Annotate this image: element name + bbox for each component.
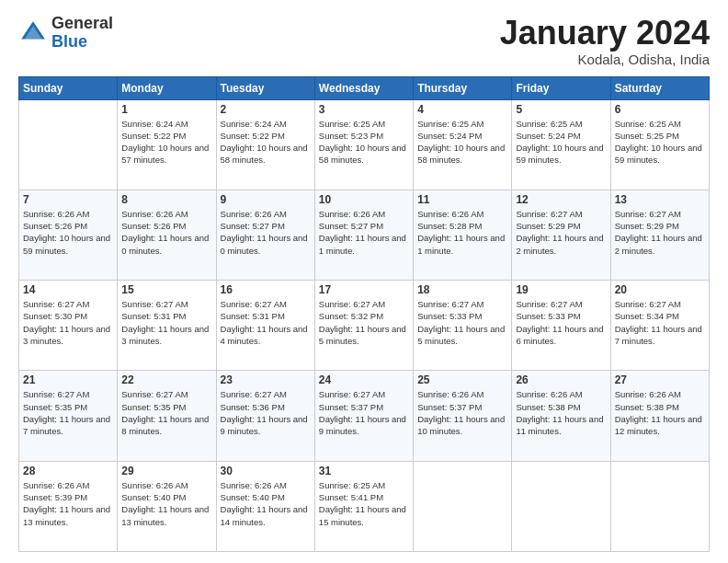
- day-number: 10: [319, 193, 409, 206]
- day-number: 15: [121, 283, 211, 296]
- cell-info: Sunrise: 6:25 AMSunset: 5:24 PMDaylight:…: [516, 118, 606, 167]
- cell-info: Sunrise: 6:26 AMSunset: 5:26 PMDaylight:…: [23, 208, 113, 257]
- calendar-cell: [512, 461, 610, 551]
- cell-info: Sunrise: 6:27 AMSunset: 5:32 PMDaylight:…: [319, 298, 409, 347]
- day-number: 8: [121, 193, 211, 206]
- cell-info: Sunrise: 6:26 AMSunset: 5:38 PMDaylight:…: [516, 388, 606, 437]
- day-number: 28: [23, 465, 113, 477]
- day-number: 27: [615, 373, 705, 386]
- calendar-cell: 29Sunrise: 6:26 AMSunset: 5:40 PMDayligh…: [118, 461, 216, 551]
- day-number: 17: [319, 283, 409, 296]
- calendar-cell: 9Sunrise: 6:26 AMSunset: 5:27 PMDaylight…: [216, 190, 314, 280]
- day-number: 11: [417, 193, 507, 206]
- calendar-cell: 16Sunrise: 6:27 AMSunset: 5:31 PMDayligh…: [216, 281, 314, 371]
- weekday-row: SundayMondayTuesdayWednesdayThursdayFrid…: [19, 76, 710, 99]
- calendar-cell: 15Sunrise: 6:27 AMSunset: 5:31 PMDayligh…: [118, 281, 216, 371]
- calendar-cell: 31Sunrise: 6:25 AMSunset: 5:41 PMDayligh…: [314, 461, 413, 551]
- cell-info: Sunrise: 6:27 AMSunset: 5:31 PMDaylight:…: [121, 298, 211, 347]
- day-number: 1: [121, 103, 211, 116]
- day-number: 7: [23, 193, 113, 206]
- calendar-cell: 22Sunrise: 6:27 AMSunset: 5:35 PMDayligh…: [118, 371, 216, 461]
- calendar-cell: 12Sunrise: 6:27 AMSunset: 5:29 PMDayligh…: [512, 190, 610, 280]
- calendar-week-4: 21Sunrise: 6:27 AMSunset: 5:35 PMDayligh…: [19, 371, 710, 461]
- cell-info: Sunrise: 6:26 AMSunset: 5:38 PMDaylight:…: [615, 388, 705, 437]
- cell-info: Sunrise: 6:25 AMSunset: 5:24 PMDaylight:…: [417, 118, 507, 167]
- calendar-week-1: 1Sunrise: 6:24 AMSunset: 5:22 PMDaylight…: [19, 99, 710, 190]
- weekday-header-saturday: Saturday: [610, 76, 709, 99]
- day-number: 23: [221, 373, 311, 386]
- day-number: 13: [615, 193, 705, 206]
- day-number: 4: [417, 103, 507, 116]
- logo-icon: [18, 18, 48, 48]
- calendar-week-2: 7Sunrise: 6:26 AMSunset: 5:26 PMDaylight…: [19, 190, 710, 280]
- day-number: 6: [615, 103, 705, 116]
- calendar-cell: 17Sunrise: 6:27 AMSunset: 5:32 PMDayligh…: [314, 281, 413, 371]
- cell-info: Sunrise: 6:26 AMSunset: 5:40 PMDaylight:…: [121, 479, 211, 528]
- logo: General Blue: [18, 15, 113, 52]
- cell-info: Sunrise: 6:27 AMSunset: 5:33 PMDaylight:…: [417, 298, 507, 347]
- cell-info: Sunrise: 6:24 AMSunset: 5:22 PMDaylight:…: [121, 118, 211, 167]
- calendar-cell: 24Sunrise: 6:27 AMSunset: 5:37 PMDayligh…: [314, 371, 413, 461]
- day-number: 14: [23, 283, 113, 296]
- calendar-week-3: 14Sunrise: 6:27 AMSunset: 5:30 PMDayligh…: [19, 281, 710, 371]
- calendar-cell: 1Sunrise: 6:24 AMSunset: 5:22 PMDaylight…: [118, 99, 216, 190]
- cell-info: Sunrise: 6:27 AMSunset: 5:35 PMDaylight:…: [23, 388, 113, 437]
- cell-info: Sunrise: 6:26 AMSunset: 5:27 PMDaylight:…: [221, 208, 311, 257]
- day-number: 25: [417, 373, 507, 386]
- calendar-cell: 14Sunrise: 6:27 AMSunset: 5:30 PMDayligh…: [19, 281, 118, 371]
- cell-info: Sunrise: 6:27 AMSunset: 5:36 PMDaylight:…: [221, 388, 311, 437]
- day-number: 12: [516, 193, 606, 206]
- day-number: 16: [221, 283, 311, 296]
- cell-info: Sunrise: 6:26 AMSunset: 5:28 PMDaylight:…: [417, 208, 507, 257]
- day-number: 26: [516, 373, 606, 386]
- cell-info: Sunrise: 6:27 AMSunset: 5:37 PMDaylight:…: [319, 388, 409, 437]
- day-number: 31: [319, 465, 409, 477]
- calendar-cell: 20Sunrise: 6:27 AMSunset: 5:34 PMDayligh…: [610, 281, 709, 371]
- weekday-header-wednesday: Wednesday: [314, 76, 413, 99]
- cell-info: Sunrise: 6:26 AMSunset: 5:37 PMDaylight:…: [417, 388, 507, 437]
- calendar-cell: 3Sunrise: 6:25 AMSunset: 5:23 PMDaylight…: [314, 99, 413, 190]
- calendar-cell: 4Sunrise: 6:25 AMSunset: 5:24 PMDaylight…: [414, 99, 512, 190]
- calendar-cell: 7Sunrise: 6:26 AMSunset: 5:26 PMDaylight…: [19, 190, 118, 280]
- calendar-table: SundayMondayTuesdayWednesdayThursdayFrid…: [18, 76, 710, 552]
- calendar-cell: 28Sunrise: 6:26 AMSunset: 5:39 PMDayligh…: [19, 461, 118, 551]
- cell-info: Sunrise: 6:27 AMSunset: 5:30 PMDaylight:…: [23, 298, 113, 347]
- cell-info: Sunrise: 6:24 AMSunset: 5:22 PMDaylight:…: [221, 118, 311, 167]
- calendar-cell: 27Sunrise: 6:26 AMSunset: 5:38 PMDayligh…: [610, 371, 709, 461]
- calendar-cell: 21Sunrise: 6:27 AMSunset: 5:35 PMDayligh…: [19, 371, 118, 461]
- calendar-cell: 19Sunrise: 6:27 AMSunset: 5:33 PMDayligh…: [512, 281, 610, 371]
- weekday-header-monday: Monday: [118, 76, 216, 99]
- cell-info: Sunrise: 6:27 AMSunset: 5:33 PMDaylight:…: [516, 298, 606, 347]
- calendar-page: General Blue January 2024 Kodala, Odisha…: [0, 0, 728, 563]
- cell-info: Sunrise: 6:26 AMSunset: 5:39 PMDaylight:…: [23, 479, 113, 528]
- calendar-header: SundayMondayTuesdayWednesdayThursdayFrid…: [19, 76, 710, 99]
- logo-blue: Blue: [51, 33, 113, 52]
- calendar-cell: 23Sunrise: 6:27 AMSunset: 5:36 PMDayligh…: [216, 371, 314, 461]
- calendar-cell: 30Sunrise: 6:26 AMSunset: 5:40 PMDayligh…: [216, 461, 314, 551]
- calendar-cell: 26Sunrise: 6:26 AMSunset: 5:38 PMDayligh…: [512, 371, 610, 461]
- weekday-header-sunday: Sunday: [19, 76, 118, 99]
- calendar-cell: 8Sunrise: 6:26 AMSunset: 5:26 PMDaylight…: [118, 190, 216, 280]
- day-number: 24: [319, 373, 409, 386]
- calendar-cell: 13Sunrise: 6:27 AMSunset: 5:29 PMDayligh…: [610, 190, 709, 280]
- cell-info: Sunrise: 6:27 AMSunset: 5:29 PMDaylight:…: [615, 208, 705, 257]
- calendar-cell: 11Sunrise: 6:26 AMSunset: 5:28 PMDayligh…: [414, 190, 512, 280]
- calendar-cell: 18Sunrise: 6:27 AMSunset: 5:33 PMDayligh…: [414, 281, 512, 371]
- calendar-cell: 10Sunrise: 6:26 AMSunset: 5:27 PMDayligh…: [314, 190, 413, 280]
- day-number: 29: [121, 465, 211, 477]
- header: General Blue January 2024 Kodala, Odisha…: [18, 15, 710, 67]
- cell-info: Sunrise: 6:27 AMSunset: 5:34 PMDaylight:…: [615, 298, 705, 347]
- logo-text: General Blue: [51, 15, 113, 52]
- cell-info: Sunrise: 6:25 AMSunset: 5:41 PMDaylight:…: [319, 479, 409, 528]
- weekday-header-thursday: Thursday: [414, 76, 512, 99]
- day-number: 3: [319, 103, 409, 116]
- calendar-cell: 6Sunrise: 6:25 AMSunset: 5:25 PMDaylight…: [610, 99, 709, 190]
- location: Kodala, Odisha, India: [500, 52, 710, 67]
- calendar-cell: [414, 461, 512, 551]
- calendar-cell: 25Sunrise: 6:26 AMSunset: 5:37 PMDayligh…: [414, 371, 512, 461]
- month-title: January 2024: [500, 15, 710, 52]
- day-number: 22: [121, 373, 211, 386]
- day-number: 20: [615, 283, 705, 296]
- cell-info: Sunrise: 6:25 AMSunset: 5:23 PMDaylight:…: [319, 118, 409, 167]
- title-block: January 2024 Kodala, Odisha, India: [500, 15, 710, 67]
